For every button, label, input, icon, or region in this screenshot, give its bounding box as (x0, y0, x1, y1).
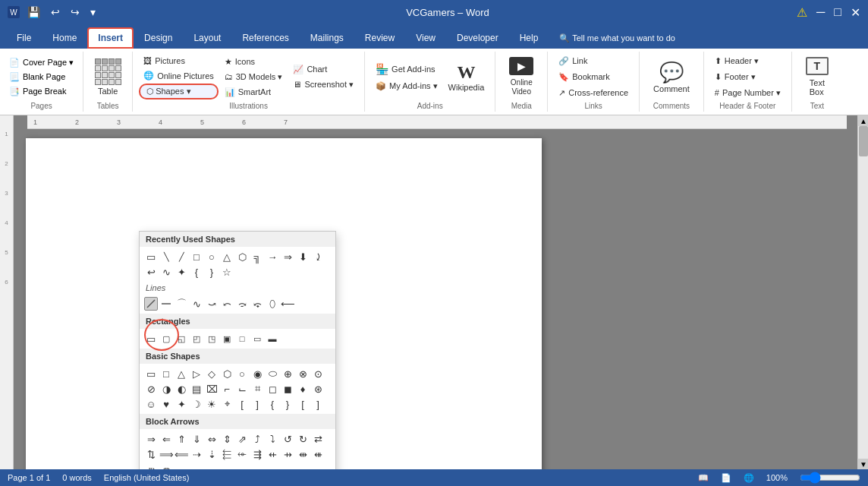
bs4[interactable]: ▷ (190, 367, 203, 380)
ba19[interactable]: ⬰ (235, 447, 249, 461)
bs26[interactable]: ♥ (159, 397, 173, 411)
bs1[interactable]: ▭ (144, 367, 158, 380)
ba15[interactable]: ⟸ (175, 447, 188, 461)
shape-circ[interactable]: ○ (205, 250, 219, 264)
bs21[interactable]: ◻ (266, 382, 279, 396)
view-print-btn[interactable]: 📄 (721, 473, 731, 483)
bs8[interactable]: ◉ (250, 367, 264, 380)
vertical-scrollbar[interactable]: ▲ ▼ (857, 115, 868, 469)
ba3[interactable]: ⇑ (175, 432, 188, 446)
shape-star2[interactable]: ☆ (220, 265, 234, 279)
screenshot-btn[interactable]: 🖥 Screenshot ▾ (288, 77, 358, 92)
icons-btn[interactable]: ★ Icons (220, 55, 288, 69)
ba5[interactable]: ⇔ (205, 432, 219, 446)
bs30[interactable]: ⌖ (220, 397, 234, 411)
shape-rect-snip1[interactable]: ◱ (175, 332, 188, 346)
shape-curve2[interactable]: ↩ (144, 265, 158, 279)
bs19[interactable]: ⌙ (235, 382, 249, 396)
bs13[interactable]: ⊘ (144, 382, 158, 396)
scroll-thumb[interactable] (859, 126, 868, 156)
view-read-btn[interactable]: 📖 (698, 473, 709, 483)
tab-design[interactable]: Design (134, 27, 183, 49)
ba11[interactable]: ↻ (296, 432, 310, 446)
bs25[interactable]: ☺ (144, 397, 158, 411)
tab-mailings[interactable]: Mailings (300, 27, 354, 49)
header-btn[interactable]: ⬆ Header ▾ (710, 54, 785, 68)
shapes-btn[interactable]: ⬡ Shapes ▾ (139, 84, 219, 99)
shape-rect-round2[interactable]: ▣ (220, 332, 234, 346)
online-video-btn[interactable]: ▶ OnlineVideo (502, 54, 541, 99)
shape-star[interactable]: ✦ (175, 265, 188, 279)
zoom-slider[interactable] (800, 472, 860, 484)
table-btn[interactable]: Table (90, 55, 126, 99)
ba14[interactable]: ⟹ (159, 447, 173, 461)
shape-sq[interactable]: □ (190, 250, 203, 264)
shape-rect-snip2[interactable]: ◰ (190, 332, 203, 346)
textbox-btn[interactable]: T TextBox (798, 54, 836, 99)
bs24[interactable]: ⊛ (311, 382, 325, 396)
shape-corner[interactable]: ╗ (250, 250, 264, 264)
page-number-btn[interactable]: # Page Number ▾ (710, 86, 785, 100)
shape-line-straight[interactable] (159, 297, 173, 311)
tab-home[interactable]: Home (42, 27, 87, 49)
shape-curve1[interactable]: ⤸ (311, 250, 325, 264)
ba24[interactable]: ⇺ (311, 447, 325, 461)
shape-line-conn1[interactable]: ⬯ (266, 297, 279, 311)
bs20[interactable]: ⌗ (250, 382, 264, 396)
bs16[interactable]: ▤ (190, 382, 203, 396)
footer-btn[interactable]: ⬇ Footer ▾ (710, 70, 785, 84)
ba21[interactable]: ⇷ (266, 447, 279, 461)
ba23[interactable]: ⇹ (296, 447, 310, 461)
ba12[interactable]: ⇄ (311, 432, 325, 446)
view-web-btn[interactable]: 🌐 (744, 473, 754, 483)
shape-rect-v2[interactable]: □ (235, 332, 249, 346)
shape-rect-v3[interactable]: ▭ (250, 332, 264, 346)
shape-rect-v4[interactable]: ▬ (266, 332, 279, 346)
ba20[interactable]: ⇶ (250, 447, 264, 461)
shape-rect-snip3[interactable]: ◳ (205, 332, 219, 346)
ba6[interactable]: ⇕ (220, 432, 234, 446)
bs29[interactable]: ☀ (205, 397, 219, 411)
bs32[interactable]: ] (250, 397, 264, 411)
bs22[interactable]: ◼ (281, 382, 294, 396)
page-break-btn[interactable]: 📑 Page Break (6, 85, 77, 98)
tab-help[interactable]: Help (509, 27, 549, 49)
scroll-down-btn[interactable]: ▼ (858, 459, 868, 469)
bs33[interactable]: { (266, 397, 279, 411)
ba9[interactable]: ⤵ (266, 432, 279, 446)
tab-references[interactable]: References (231, 27, 299, 49)
shape-rect1[interactable]: ▭ (144, 250, 158, 264)
ba13[interactable]: ⇅ (144, 447, 158, 461)
tab-layout[interactable]: Layout (183, 27, 231, 49)
shape-diag1[interactable]: ╲ (159, 250, 173, 264)
bs34[interactable]: } (281, 397, 294, 411)
get-addins-btn[interactable]: 🏪 Get Add-ins (371, 61, 442, 77)
comment-btn[interactable]: 💬 Comment (646, 58, 697, 96)
shape-wave[interactable]: ∿ (159, 265, 173, 279)
cross-reference-btn[interactable]: ↗ Cross-reference (554, 86, 633, 100)
ba1[interactable]: ⇒ (144, 432, 158, 446)
qat-more[interactable]: ▾ (87, 5, 99, 20)
bs5[interactable]: ◇ (205, 367, 219, 380)
shape-line-elbow3[interactable]: ⤽ (250, 297, 264, 311)
shape-rect-rounded[interactable]: ▢ (159, 332, 173, 346)
shape-tri[interactable]: △ (220, 250, 234, 264)
save-qat[interactable]: 💾 (24, 5, 43, 20)
maximize-btn[interactable]: □ (834, 5, 841, 19)
tab-review[interactable]: Review (354, 27, 405, 49)
ba26[interactable]: ⇼ (159, 462, 173, 469)
bs10[interactable]: ⊕ (281, 367, 294, 380)
shape-diag2[interactable]: ╱ (175, 250, 188, 264)
bs27[interactable]: ✦ (175, 397, 188, 411)
undo-qat[interactable]: ↩ (48, 5, 63, 20)
close-btn[interactable]: ✕ (851, 5, 860, 20)
bs11[interactable]: ⊗ (296, 367, 310, 380)
bs28[interactable]: ☽ (190, 397, 203, 411)
pictures-btn[interactable]: 🖼 Pictures (139, 54, 219, 68)
ba17[interactable]: ⇣ (205, 447, 219, 461)
bs6[interactable]: ⬡ (220, 367, 234, 380)
tab-file[interactable]: File (6, 27, 42, 49)
bs31[interactable]: [ (235, 397, 249, 411)
ba2[interactable]: ⇐ (159, 432, 173, 446)
bs17[interactable]: ⌧ (205, 382, 219, 396)
